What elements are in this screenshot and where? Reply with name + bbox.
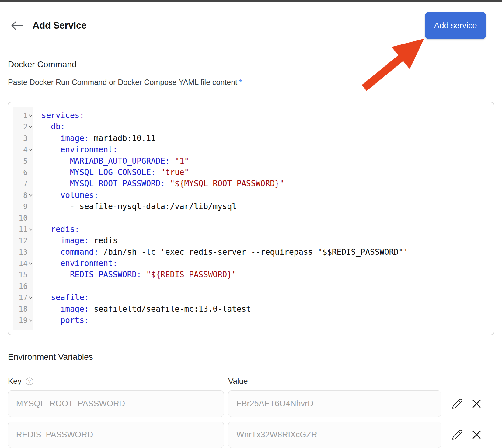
docker-command-heading: Docker Command xyxy=(8,60,494,69)
gutter-line: 16 xyxy=(13,281,33,292)
gutter-line: 9 xyxy=(13,201,33,212)
env-value-field[interactable]: FBr25AET6O4NhvrD xyxy=(228,390,441,417)
gutter-line: 7 xyxy=(13,178,33,189)
fold-chevron-icon[interactable] xyxy=(28,319,33,322)
docker-command-instruction: Paste Docker Run Command or Docker Compo… xyxy=(8,78,494,87)
editor-inner: 12345678910111213141516171819 services: … xyxy=(13,107,489,330)
add-service-button[interactable]: Add service xyxy=(425,12,486,39)
code-line: environment: xyxy=(41,144,489,155)
gutter-line: 6 xyxy=(13,167,33,178)
code-line xyxy=(41,281,489,292)
code-line: environment: xyxy=(41,258,489,269)
line-number: 17 xyxy=(19,292,28,303)
line-number: 11 xyxy=(19,224,28,235)
line-number: 3 xyxy=(23,133,28,144)
code-line: services: xyxy=(41,110,489,121)
line-number: 14 xyxy=(19,258,28,269)
key-help-icon[interactable]: ? xyxy=(25,377,34,386)
svg-text:?: ? xyxy=(28,379,31,384)
fold-chevron-icon[interactable] xyxy=(28,262,33,265)
fold-chevron-icon[interactable] xyxy=(28,114,33,117)
page-title: Add Service xyxy=(33,20,425,31)
line-number: 12 xyxy=(19,235,28,246)
code-line: image: seafileltd/seafile-mc:13.0-latest xyxy=(41,303,489,315)
gutter-line: 3 xyxy=(13,133,33,144)
gutter-line: 19 xyxy=(13,315,33,326)
env-value-field[interactable]: WnrTx32W8RIXcGZR xyxy=(228,422,441,448)
edit-icon[interactable] xyxy=(450,428,464,442)
line-number: 6 xyxy=(23,167,28,178)
line-number: 9 xyxy=(23,201,28,212)
key-label: Key xyxy=(8,376,22,386)
gutter-line: 2 xyxy=(13,121,33,132)
gutter-line: 1 xyxy=(13,110,33,121)
line-number: 5 xyxy=(23,156,28,167)
editor-gutter: 12345678910111213141516171819 xyxy=(13,107,33,330)
line-number: 13 xyxy=(19,247,28,258)
code-line: ports: xyxy=(41,315,489,326)
code-line: MYSQL_LOG_CONSOLE: "true" xyxy=(41,167,489,178)
gutter-line: 11 xyxy=(13,224,33,235)
code-line: - seafile-mysql-data:/var/lib/mysql xyxy=(41,201,489,212)
code-line: command: /bin/sh -lc 'exec redis-server … xyxy=(41,247,489,258)
gutter-line: 18 xyxy=(13,303,33,315)
line-number: 16 xyxy=(19,281,28,292)
docker-compose-editor: 12345678910111213141516171819 services: … xyxy=(8,102,494,335)
fold-chevron-icon[interactable] xyxy=(28,194,33,197)
edit-icon[interactable] xyxy=(450,397,464,411)
code-line: MYSQL_ROOT_PASSWORD: "${MYSQL_ROOT_PASSW… xyxy=(41,178,489,189)
remove-icon[interactable] xyxy=(472,399,482,409)
env-variables-heading: Environment Variables xyxy=(8,352,494,362)
line-number: 4 xyxy=(23,144,28,155)
gutter-line: 15 xyxy=(13,269,33,280)
line-number: 18 xyxy=(19,303,28,315)
env-row: REDIS_PASSWORD WnrTx32W8RIXcGZR xyxy=(8,422,494,448)
fold-chevron-icon[interactable] xyxy=(28,228,33,231)
main-content: Docker Command Paste Docker Run Command … xyxy=(0,60,502,448)
code-line: redis: xyxy=(41,224,489,235)
code-line: seafile: xyxy=(41,292,489,303)
gutter-line: 14 xyxy=(13,258,33,269)
env-row: MYSQL_ROOT_PASSWORD FBr25AET6O4NhvrD xyxy=(8,390,494,417)
line-number: 7 xyxy=(23,178,28,189)
header-divider xyxy=(0,49,502,49)
code-line: MARIADB_AUTO_UPGRADE: "1" xyxy=(41,156,489,167)
code-line: REDIS_PASSWORD: "${REDIS_PASSWORD}" xyxy=(41,269,489,280)
editor-code[interactable]: services: db: image: mariadb:10.11 envir… xyxy=(33,107,489,330)
line-number: 19 xyxy=(19,315,28,326)
line-number: 15 xyxy=(19,269,28,280)
line-number: 2 xyxy=(23,121,28,132)
code-line xyxy=(41,212,489,224)
value-label: Value xyxy=(228,376,441,386)
env-labels-row: Key ? Value xyxy=(8,376,494,386)
header: Add Service Add service xyxy=(0,2,502,49)
line-number: 8 xyxy=(23,190,28,201)
gutter-line: 13 xyxy=(13,247,33,258)
env-rows: MYSQL_ROOT_PASSWORD FBr25AET6O4NhvrD RED… xyxy=(8,390,494,448)
fold-chevron-icon[interactable] xyxy=(28,125,33,128)
gutter-line: 8 xyxy=(13,190,33,201)
env-key-field[interactable]: MYSQL_ROOT_PASSWORD xyxy=(8,390,224,417)
fold-chevron-icon[interactable] xyxy=(28,296,33,299)
window-top-bar xyxy=(0,0,502,2)
gutter-line: 4 xyxy=(13,144,33,155)
gutter-line: 12 xyxy=(13,235,33,246)
gutter-line: 17 xyxy=(13,292,33,303)
code-line: image: mariadb:10.11 xyxy=(41,133,489,144)
back-button[interactable] xyxy=(10,20,23,31)
gutter-line: 10 xyxy=(13,212,33,224)
remove-icon[interactable] xyxy=(472,430,482,440)
required-asterisk: * xyxy=(239,78,242,86)
fold-chevron-icon[interactable] xyxy=(28,148,33,151)
code-line: volumes: xyxy=(41,190,489,201)
instruction-text: Paste Docker Run Command or Docker Compo… xyxy=(8,78,237,86)
code-line: db: xyxy=(41,121,489,132)
gutter-line: 5 xyxy=(13,156,33,167)
back-arrow-icon xyxy=(10,20,23,31)
env-key-field[interactable]: REDIS_PASSWORD xyxy=(8,422,224,448)
code-line: image: redis xyxy=(41,235,489,246)
line-number: 10 xyxy=(19,212,28,224)
line-number: 1 xyxy=(23,110,28,121)
